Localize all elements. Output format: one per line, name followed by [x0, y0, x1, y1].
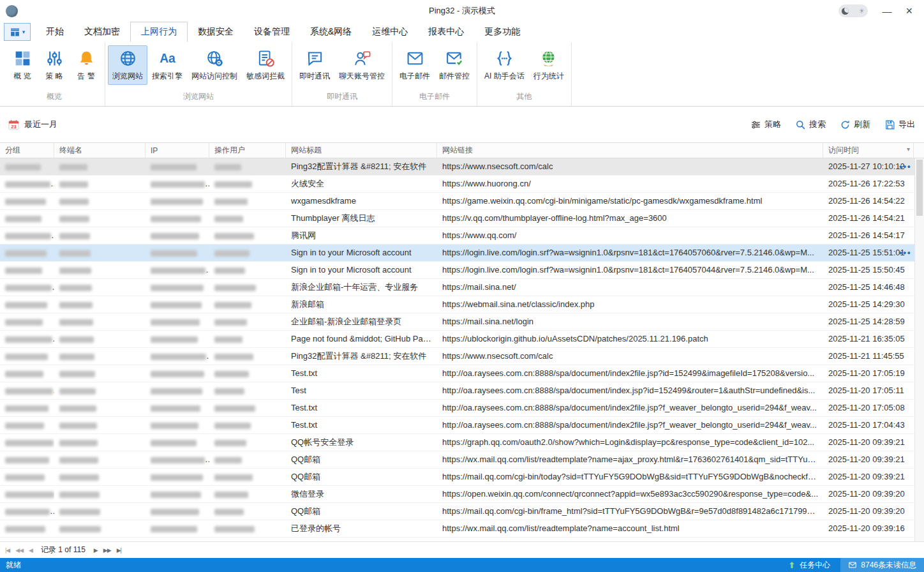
table-row[interactable]: wxgamesdkframehttps://game.weixin.qq.com… — [0, 193, 914, 210]
cell-redacted — [209, 365, 286, 382]
redacted-text — [214, 354, 253, 360]
ribbon-tab-3[interactable]: 上网行为 — [130, 22, 188, 42]
pager-first-button[interactable]: |◀ — [5, 547, 10, 553]
table-row[interactable]: Page not found &middot; GitHub Pag...htt… — [0, 331, 914, 348]
cell-url: https://wx.mail.qq.com/list/readtemplate… — [437, 520, 823, 537]
pager-last-button[interactable]: ▶| — [117, 547, 121, 553]
column-header[interactable]: 访问时间▾ — [823, 143, 914, 158]
ribbon-button-chat-account[interactable]: 聊天账号管控 — [334, 45, 389, 85]
ribbon-button-globe[interactable]: 浏览网站 — [108, 45, 147, 85]
cell-redacted — [209, 313, 286, 330]
column-filter-button[interactable]: ▾ — [907, 146, 910, 153]
pager-next-page-button[interactable]: ▶▶ — [103, 547, 111, 553]
ribbon-button-label: 敏感词拦截 — [246, 71, 285, 82]
ribbon-button-sensitive-word[interactable]: 敏感词拦截 — [242, 45, 289, 85]
ribbon-button-search-engine[interactable]: Aa搜索引擎 — [147, 45, 187, 85]
ribbon-button-label: 搜索引擎 — [152, 71, 183, 82]
close-button[interactable]: × — [905, 5, 913, 17]
column-header[interactable]: 操作用户 — [209, 143, 286, 158]
cell-title: 微信登录 — [286, 486, 437, 502]
ribbon-button-email-control[interactable]: 邮件管控 — [435, 45, 474, 85]
column-header-label: 终端名 — [59, 145, 82, 156]
column-header[interactable]: 网站标题 — [286, 143, 437, 158]
redacted-text — [59, 423, 97, 429]
row-more-button[interactable]: ●●● — [899, 245, 911, 262]
ribbon-tab-1[interactable]: 开始 — [36, 22, 74, 42]
toolbar-action-export[interactable]: 导出 — [884, 119, 915, 130]
ribbon-tab-6[interactable]: 系统&网络 — [300, 22, 362, 42]
table-row[interactable]: Test.txthttp://oa.raysees.com.cn:8888/sp… — [0, 417, 914, 434]
redacted-text — [59, 457, 98, 463]
table-row[interactable]: 火绒安全https://www.huorong.cn/2025-11-26 17… — [0, 176, 914, 193]
column-header[interactable]: 分组 — [0, 143, 54, 158]
column-header[interactable]: IP — [145, 143, 209, 158]
ribbon-button-label: 告 警 — [77, 71, 94, 82]
date-range-filter[interactable]: 23 最近一月 — [8, 119, 57, 131]
cell-redacted — [54, 382, 145, 399]
ribbon-button-overview-grid[interactable]: 概 览 — [6, 45, 38, 85]
cell-redacted — [0, 417, 54, 433]
table-row[interactable]: Thumbplayer 离线日志https://v.qq.com/thumbpl… — [0, 210, 914, 227]
ribbon-tab-5[interactable]: 设备管理 — [244, 22, 300, 42]
redacted-text — [5, 526, 45, 532]
theme-toggle[interactable]: ☀ — [838, 4, 868, 17]
column-header[interactable]: 网站链接 — [437, 143, 823, 158]
ribbon-tab-9[interactable]: 更多功能 — [474, 22, 530, 42]
ribbon-button-policy-sliders[interactable]: 策 略 — [38, 45, 70, 85]
vertical-scrollbar[interactable] — [914, 158, 924, 541]
ribbon-button-behavior-stats[interactable]: 行为统计 — [529, 45, 569, 85]
table-row[interactable]: Testhttp://oa.raysees.com.cn:8888/spa/do… — [0, 382, 914, 400]
unread-messages-button[interactable]: 8746条未读信息 — [840, 558, 924, 572]
ribbon-button-site-access[interactable]: 网站访问控制 — [187, 45, 242, 85]
table-row[interactable]: QQ邮箱https://wx.mail.qq.com/list/readtemp… — [0, 451, 914, 469]
redacted-text — [151, 474, 203, 481]
table-row[interactable]: 腾讯网https://www.qq.com/2025-11-26 14:54:1… — [0, 227, 914, 245]
table-row[interactable]: 企业邮箱-新浪企业邮箱登录页https://mail.sina.net/logi… — [0, 313, 914, 331]
toolbar-action-search[interactable]: 搜索 — [795, 119, 826, 130]
table-row[interactable]: QQ帐号安全登录https://graph.qq.com/oauth2.0/sh… — [0, 434, 914, 451]
table-row[interactable]: Sign in to your Microsoft accounthttps:/… — [0, 245, 914, 262]
table-row[interactable]: Ping32配置计算器 &#8211; 安在软件https://www.nsec… — [0, 348, 914, 365]
mail-badge-icon — [848, 561, 857, 569]
table-row[interactable]: QQ邮箱https://mail.qq.com/cgi-bin/today?si… — [0, 469, 914, 486]
cell-time: 2025-11-20 09:39:21 — [823, 434, 914, 451]
table-row[interactable]: QQ邮箱https://mail.qq.com/cgi-bin/frame_ht… — [0, 503, 914, 520]
toolbar-action-refresh[interactable]: 刷新 — [840, 119, 870, 130]
table-row[interactable]: Sign in to your Microsoft accounthttps:/… — [0, 262, 914, 279]
ribbon-button-im-chat[interactable]: 即时通讯 — [295, 45, 334, 85]
table-row[interactable]: Test.txthttp://oa.raysees.com.cn:8888/sp… — [0, 365, 914, 382]
ribbon-group: 浏览网站Aa搜索引擎网站访问控制敏感词拦截浏览网站 — [105, 42, 292, 106]
table-row[interactable]: Ping32配置计算器 &#8211; 安在软件https://www.nsec… — [0, 158, 914, 176]
redacted-text — [5, 181, 50, 188]
pager-prev-button[interactable]: ◀ — [29, 547, 33, 553]
app-menu-button[interactable]: ▾ — [4, 23, 31, 41]
table-row[interactable]: Test.txthttp://oa.raysees.com.cn:8888/sp… — [0, 400, 914, 417]
ribbon-button-ai-assistant[interactable]: AI 助手会话 — [480, 45, 529, 85]
ribbon-tab-7[interactable]: 运维中心 — [362, 22, 418, 42]
scrollbar-thumb[interactable] — [916, 160, 923, 216]
ribbon-button-email[interactable]: 电子邮件 — [395, 45, 435, 85]
row-more-button[interactable]: ●●● — [899, 158, 911, 176]
ribbon-tab-8[interactable]: 报表中心 — [418, 22, 474, 42]
table-row[interactable]: 微信登录https://open.weixin.qq.com/connect/q… — [0, 486, 914, 503]
table-row[interactable]: 已登录的帐号https://wx.mail.qq.com/list/readte… — [0, 520, 914, 538]
ribbon-tab-2[interactable]: 文档加密 — [74, 22, 130, 42]
column-header[interactable]: 终端名 — [54, 143, 145, 158]
redacted-text — [214, 440, 246, 446]
pager-next-button[interactable]: ▶ — [94, 547, 98, 553]
cell-time: 2025-11-20 09:39:20 — [823, 503, 914, 520]
ribbon-button-alert-bell[interactable]: 告 警 — [70, 45, 102, 85]
redacted-text — [151, 250, 197, 257]
toolbar-action-policy[interactable]: 策略 — [750, 119, 781, 130]
cell-redacted — [145, 227, 209, 244]
cell-redacted — [145, 520, 209, 537]
ribbon-tab-4[interactable]: 数据安全 — [188, 22, 244, 42]
task-center-button[interactable]: 任务中心 — [777, 558, 840, 572]
minimize-button[interactable]: — — [882, 6, 891, 16]
pager-prev-page-button[interactable]: ◀◀ — [15, 547, 23, 553]
ribbon-group-label: 电子邮件 — [395, 89, 474, 106]
redacted-text — [151, 526, 197, 532]
table-row[interactable]: 新浪企业邮箱-十年运营、专业服务https://mail.sina.net/20… — [0, 279, 914, 296]
table-row[interactable]: 新浪邮箱https://webmail.sina.net/classic/ind… — [0, 296, 914, 313]
redacted-text — [59, 181, 88, 188]
